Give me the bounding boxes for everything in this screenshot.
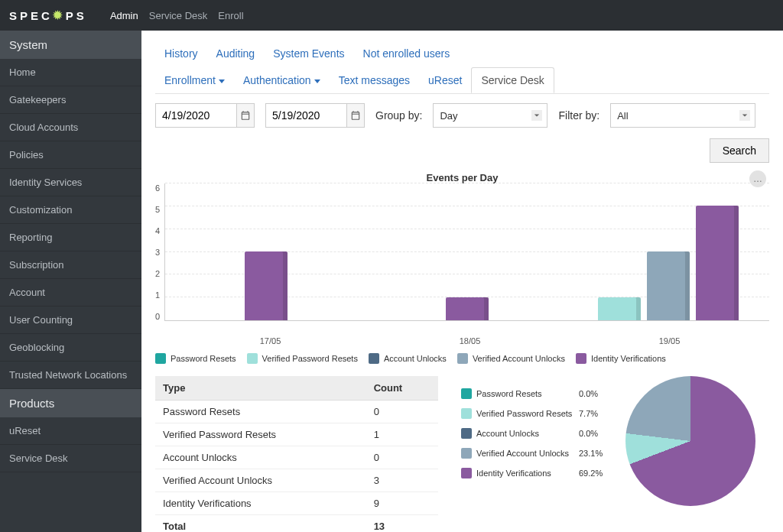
col-count: Count <box>366 376 438 401</box>
pie-chart <box>625 376 763 514</box>
legend-item[interactable]: Verified Password Resets <box>247 353 358 364</box>
sidebar-item-policies[interactable]: Policies <box>0 141 141 169</box>
total-value: 13 <box>366 515 438 533</box>
bar-iv[interactable] <box>245 251 288 320</box>
table-row: Verified Password Resets1 <box>155 423 438 446</box>
filter-by-label: Filter by: <box>558 109 599 122</box>
legend-item[interactable]: Identity Verifications <box>576 353 666 364</box>
swatch-icon <box>576 353 586 364</box>
pie-legend-item[interactable]: Verified Password Resets7.7% <box>461 404 603 423</box>
sidebar-item-geoblocking[interactable]: Geoblocking <box>0 334 141 362</box>
plot-area <box>164 183 769 321</box>
sidebar-item-home[interactable]: Home <box>0 59 141 86</box>
swatch-icon <box>461 388 472 399</box>
pie-legend: Password Resets0.0%Verified Password Res… <box>461 384 603 532</box>
summary-table: Type Count Password Resets0Verified Pass… <box>155 376 438 532</box>
bar-iv[interactable] <box>696 206 739 320</box>
group-by-value: Day <box>440 110 457 122</box>
group-by-select[interactable]: Day <box>433 103 547 128</box>
sidebar-item-user-counting[interactable]: User Counting <box>0 307 141 334</box>
bar-legend: Password ResetsVerified Password ResetsA… <box>155 353 769 364</box>
sidebar-item-ureset[interactable]: uReset <box>0 417 141 445</box>
main-content: HistoryAuditingSystem EventsNot enrolled… <box>141 31 783 532</box>
swatch-icon <box>369 353 379 364</box>
bar-group <box>245 251 288 320</box>
date-from-input[interactable] <box>156 109 236 122</box>
total-label: Total <box>155 515 366 533</box>
tab-enrollment[interactable]: Enrollment <box>155 68 234 92</box>
swatch-icon <box>155 353 166 364</box>
swatch-icon <box>461 408 472 419</box>
sidebar-item-reporting[interactable]: Reporting <box>0 224 141 251</box>
chevron-down-icon <box>219 79 225 83</box>
topbar: SPEC✹PS AdminService DeskEnroll <box>0 0 783 31</box>
filter-by-select[interactable]: All <box>610 103 755 128</box>
legend-item[interactable]: Password Resets <box>155 353 236 364</box>
bar-chart: … Events per Day 6543210 17/0518/0519/05… <box>155 172 769 364</box>
swatch-icon <box>457 353 468 364</box>
date-to-input[interactable] <box>266 109 346 122</box>
logo: SPEC✹PS <box>9 8 87 22</box>
topnav-admin[interactable]: Admin <box>110 10 138 21</box>
swatch-icon <box>461 428 472 439</box>
swatch-icon <box>461 448 472 459</box>
swatch-icon <box>461 468 472 478</box>
date-to[interactable] <box>265 103 365 128</box>
sidebar-item-customization[interactable]: Customization <box>0 196 141 224</box>
sidebar: SystemHomeGatekeepersCloud AccountsPolic… <box>0 31 141 532</box>
pie-legend-item[interactable]: Verified Account Unlocks23.1% <box>461 443 603 463</box>
legend-item[interactable]: Account Unlocks <box>369 353 447 364</box>
tab-ureset[interactable]: uReset <box>419 68 471 92</box>
bar-vau[interactable] <box>647 251 690 320</box>
tabs-primary: HistoryAuditingSystem EventsNot enrolled… <box>155 41 769 66</box>
pie-legend-item[interactable]: Password Resets0.0% <box>461 384 603 404</box>
legend-item[interactable]: Verified Account Unlocks <box>457 353 565 364</box>
swatch-icon <box>247 353 258 364</box>
sidebar-section-system: System <box>0 31 141 59</box>
chevron-down-icon <box>314 79 320 83</box>
topnav-service-desk[interactable]: Service Desk <box>149 10 208 21</box>
sidebar-item-gatekeepers[interactable]: Gatekeepers <box>0 86 141 114</box>
sidebar-item-account[interactable]: Account <box>0 279 141 307</box>
col-type: Type <box>155 376 366 401</box>
calendar-icon[interactable] <box>236 104 254 127</box>
tab-text-messages[interactable]: Text messages <box>330 68 419 92</box>
pie-legend-item[interactable]: Identity Verifications69.2% <box>461 463 603 483</box>
sidebar-item-cloud-accounts[interactable]: Cloud Accounts <box>0 114 141 141</box>
pie-legend-item[interactable]: Account Unlocks0.0% <box>461 423 603 443</box>
tab-auditing[interactable]: Auditing <box>207 41 265 66</box>
table-row: Verified Account Unlocks3 <box>155 469 438 492</box>
chevron-down-icon <box>739 110 750 121</box>
search-button[interactable]: Search <box>710 138 769 163</box>
sidebar-item-identity-services[interactable]: Identity Services <box>0 169 141 196</box>
chart-title: Events per Day <box>155 172 769 183</box>
tab-system-events[interactable]: System Events <box>264 41 353 66</box>
bar-iv[interactable] <box>446 297 489 320</box>
group-by-label: Group by: <box>375 109 422 122</box>
table-row: Password Resets0 <box>155 401 438 423</box>
sidebar-section-products: Products <box>0 389 141 417</box>
tab-not-enrolled-users[interactable]: Not enrolled users <box>354 41 460 66</box>
sidebar-item-subscription[interactable]: Subscription <box>0 251 141 279</box>
calendar-icon[interactable] <box>346 104 364 127</box>
controls-bar: Group by: Day Filter by: All Search <box>155 103 769 163</box>
bar-group <box>598 206 739 320</box>
bar-group <box>446 297 489 320</box>
table-row: Identity Verifications9 <box>155 492 438 515</box>
tab-authentication[interactable]: Authentication <box>234 68 330 92</box>
bar-vpr[interactable] <box>598 297 641 320</box>
tab-history[interactable]: History <box>155 41 207 66</box>
tab-service-desk[interactable]: Service Desk <box>471 67 554 93</box>
sidebar-item-trusted-network-locations[interactable]: Trusted Network Locations <box>0 362 141 389</box>
chevron-down-icon <box>531 110 542 121</box>
tabs-secondary: EnrollmentAuthenticationText messagesuRe… <box>155 67 769 94</box>
topnav-enroll[interactable]: Enroll <box>218 10 243 21</box>
logo-o-icon: ✹ <box>53 8 66 22</box>
x-axis: 17/0518/0519/05 <box>171 336 769 345</box>
sidebar-item-service-desk[interactable]: Service Desk <box>0 445 141 472</box>
topnav: AdminService DeskEnroll <box>99 10 244 21</box>
y-axis: 6543210 <box>155 183 164 321</box>
filter-by-value: All <box>617 110 628 122</box>
date-from[interactable] <box>155 103 255 128</box>
table-row: Account Unlocks0 <box>155 446 438 469</box>
